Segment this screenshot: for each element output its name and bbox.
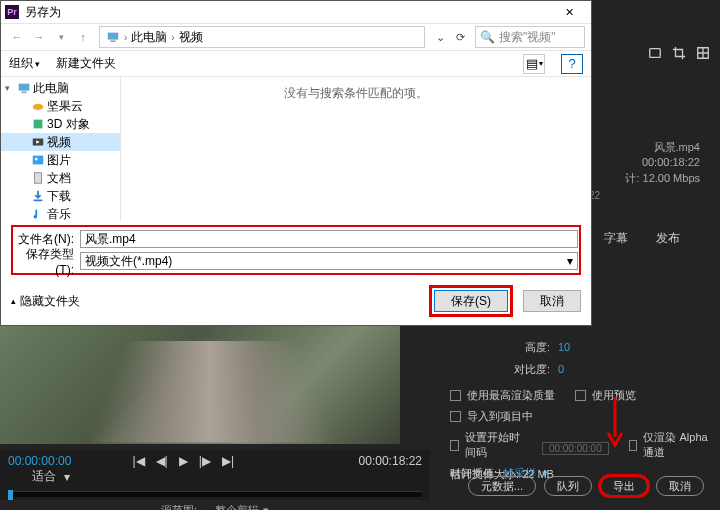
file-fields-block: 文件名(N): 保存类型(T): 视频文件(*.mp4)▾ bbox=[1, 221, 591, 279]
empty-message: 没有与搜索条件匹配的项。 bbox=[284, 85, 428, 102]
music-icon bbox=[31, 207, 45, 221]
out-timecode[interactable]: 00:00:18:22 bbox=[359, 454, 422, 468]
source-range-dropdown[interactable]: 整个剪辑 ▾ bbox=[215, 503, 269, 510]
search-icon: 🔍 bbox=[480, 30, 495, 44]
panel-toolbar bbox=[648, 46, 710, 60]
step-back-icon[interactable]: ◀| bbox=[156, 454, 168, 468]
filetype-dropdown[interactable]: 视频文件(*.mp4)▾ bbox=[80, 252, 578, 270]
filetype-label: 保存类型(T): bbox=[14, 246, 74, 277]
svg-rect-2 bbox=[110, 41, 115, 42]
folder-tree[interactable]: ▾此电脑坚果云3D 对象视频图片文档下载音乐桌面▸系统 (C:)▸本地磁盘 (D… bbox=[1, 77, 121, 221]
settings-tabs: 字幕 发布 bbox=[604, 230, 680, 247]
tree-item-image[interactable]: 图片 bbox=[1, 151, 120, 169]
dialog-toolbar: 组织▾ 新建文件夹 ▤▾ ? bbox=[1, 51, 591, 77]
dialog-body: ▾此电脑坚果云3D 对象视频图片文档下载音乐桌面▸系统 (C:)▸本地磁盘 (D… bbox=[1, 77, 591, 221]
tree-item-down[interactable]: 下载 bbox=[1, 187, 120, 205]
svg-point-13 bbox=[34, 215, 38, 219]
filename-input[interactable] bbox=[80, 230, 578, 248]
save-button[interactable]: 保存(S) bbox=[434, 290, 508, 312]
dialog-title: 另存为 bbox=[25, 4, 551, 21]
organize-menu[interactable]: 组织▾ bbox=[9, 55, 40, 72]
output-filename: 风景.mp4 bbox=[625, 140, 700, 155]
tree-item-cloud[interactable]: 坚果云 bbox=[1, 97, 120, 115]
go-start-icon[interactable]: |◀ bbox=[132, 454, 144, 468]
tree-item-video[interactable]: 视频 bbox=[1, 133, 120, 151]
step-fwd-icon[interactable]: |▶ bbox=[199, 454, 211, 468]
tab-captions[interactable]: 字幕 bbox=[604, 230, 628, 247]
view-mode-button[interactable]: ▤▾ bbox=[523, 54, 545, 74]
cloud-icon bbox=[31, 99, 45, 113]
nav-up-icon[interactable]: ↑ bbox=[73, 27, 93, 47]
output-file-info: 风景.mp4 00:00:18:22 计: 12.00 Mbps bbox=[625, 140, 700, 186]
tab-publish[interactable]: 发布 bbox=[656, 230, 680, 247]
file-list-area: 没有与搜索条件匹配的项。 bbox=[121, 77, 591, 221]
export-cancel-button[interactable]: 取消 bbox=[656, 476, 704, 496]
hide-folders-toggle[interactable]: ▴隐藏文件夹 bbox=[11, 293, 80, 310]
video-icon bbox=[31, 135, 45, 149]
start-timecode-value[interactable]: 00:00:00:00 bbox=[542, 442, 609, 455]
pc-icon bbox=[17, 81, 31, 95]
breadcrumb-root[interactable]: 此电脑 bbox=[131, 29, 167, 46]
annotation-save-highlight: 保存(S) bbox=[429, 285, 513, 317]
output-bitrate: 计: 12.00 Mbps bbox=[625, 171, 700, 186]
close-icon[interactable]: ✕ bbox=[551, 1, 587, 23]
play-icon[interactable]: ▶ bbox=[179, 454, 188, 468]
zoom-fit-dropdown[interactable]: 适合 ▾ bbox=[28, 468, 418, 485]
help-icon[interactable]: ? bbox=[561, 54, 583, 74]
go-end-icon[interactable]: ▶| bbox=[222, 454, 234, 468]
search-placeholder: 搜索"视频" bbox=[499, 29, 556, 46]
search-input[interactable]: 🔍 搜索"视频" bbox=[475, 26, 585, 48]
tree-item-pc[interactable]: ▾此电脑 bbox=[1, 79, 120, 97]
height-label: 高度: bbox=[460, 340, 550, 355]
new-folder-button[interactable]: 新建文件夹 bbox=[56, 55, 116, 72]
svg-point-5 bbox=[33, 104, 44, 110]
refresh-icon[interactable]: ⟳ bbox=[451, 28, 469, 46]
contrast-label: 对比度: bbox=[460, 362, 550, 377]
crop-icon[interactable] bbox=[672, 46, 686, 60]
cancel-button[interactable]: 取消 bbox=[523, 290, 581, 312]
svg-rect-0 bbox=[650, 49, 661, 58]
check-max-quality[interactable]: 使用最高渲染质量 bbox=[450, 388, 555, 403]
queue-button[interactable]: 队列 bbox=[544, 476, 592, 496]
video-preview bbox=[0, 320, 400, 444]
svg-point-10 bbox=[35, 158, 38, 161]
svg-rect-1 bbox=[108, 33, 119, 40]
grid-icon[interactable] bbox=[696, 46, 710, 60]
svg-rect-12 bbox=[34, 200, 43, 202]
tree-item-music[interactable]: 音乐 bbox=[1, 205, 120, 221]
breadcrumb-folder[interactable]: 视频 bbox=[179, 29, 203, 46]
tree-item-doc[interactable]: 文档 bbox=[1, 169, 120, 187]
premiere-app-icon: Pr bbox=[5, 5, 19, 19]
height-value[interactable]: 10 bbox=[558, 341, 570, 353]
check-alpha-only[interactable]: 仅渲染 Alpha 通道 bbox=[629, 430, 710, 460]
down-icon bbox=[31, 189, 45, 203]
breadcrumb-dropdown-icon[interactable]: ⌄ bbox=[431, 28, 449, 46]
nav-forward-icon[interactable]: → bbox=[29, 27, 49, 47]
contrast-value[interactable]: 0 bbox=[558, 363, 564, 375]
output-icon[interactable] bbox=[648, 46, 662, 60]
nav-back-icon[interactable]: ← bbox=[7, 27, 27, 47]
nav-recent-icon[interactable]: ▾ bbox=[51, 27, 71, 47]
save-as-dialog: Pr 另存为 ✕ ← → ▾ ↑ › 此电脑 › 视频 ⌄ ⟳ 🔍 搜索"视频"… bbox=[0, 0, 592, 326]
timeline-scrubber[interactable] bbox=[8, 491, 422, 497]
svg-rect-4 bbox=[21, 92, 26, 93]
check-import-project[interactable]: 导入到项目中 bbox=[450, 409, 710, 424]
video-fields: 高度: 10 对比度: 0 bbox=[460, 336, 720, 380]
svg-rect-11 bbox=[35, 173, 42, 184]
source-range-label: 源范围: bbox=[161, 503, 197, 510]
in-timecode[interactable]: 00:00:00:00 bbox=[8, 454, 71, 468]
metadata-button[interactable]: 元数据... bbox=[468, 476, 536, 496]
breadcrumb[interactable]: › 此电脑 › 视频 bbox=[99, 26, 425, 48]
export-buttons: 元数据... 队列 导出 取消 bbox=[468, 476, 704, 496]
export-button[interactable]: 导出 bbox=[600, 476, 648, 496]
svg-rect-9 bbox=[33, 156, 44, 165]
dialog-titlebar: Pr 另存为 ✕ bbox=[1, 1, 591, 23]
svg-rect-3 bbox=[19, 84, 30, 91]
check-start-timecode[interactable]: 设置开始时间码 bbox=[450, 430, 522, 460]
pc-icon bbox=[106, 30, 120, 44]
annotation-filename-highlight: 文件名(N): 保存类型(T): 视频文件(*.mp4)▾ bbox=[11, 225, 581, 275]
source-timeline: 00:00:00:00 00:00:18:22 |◀ ◀| ▶ |▶ ▶| 适合… bbox=[0, 450, 430, 500]
dialog-bottom-bar: ▴隐藏文件夹 保存(S) 取消 bbox=[1, 279, 591, 325]
output-duration: 00:00:18:22 bbox=[625, 155, 700, 170]
tree-item-3d[interactable]: 3D 对象 bbox=[1, 115, 120, 133]
